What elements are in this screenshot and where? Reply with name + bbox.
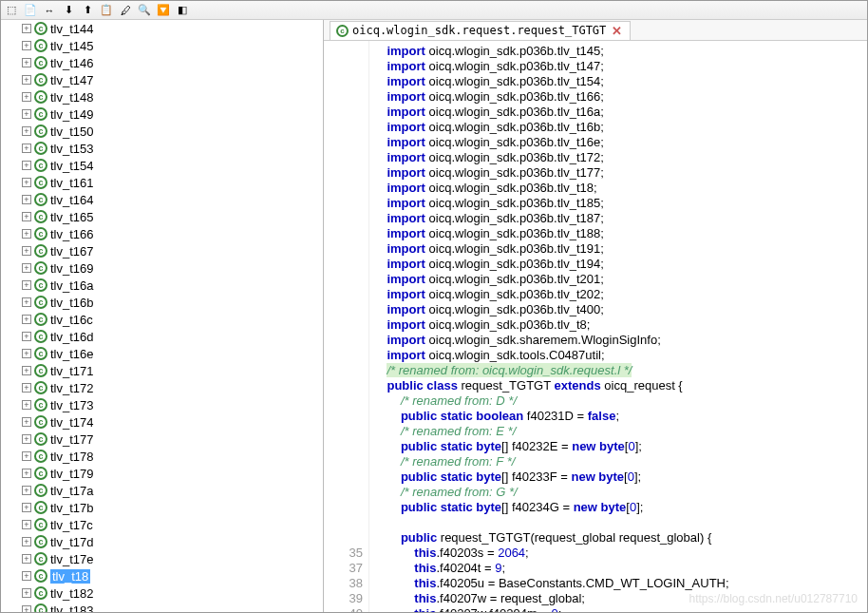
expand-icon[interactable]: + (22, 212, 31, 221)
expand-icon[interactable]: + (22, 297, 31, 307)
tree-item-tlv_t16a[interactable]: +ctlv_t16a (1, 277, 323, 294)
expand-icon[interactable]: + (22, 486, 31, 495)
expand-icon[interactable]: + (22, 434, 31, 444)
expand-icon[interactable]: + (22, 332, 31, 341)
expand-icon[interactable]: + (22, 605, 31, 612)
tree-item-tlv_t17a[interactable]: +ctlv_t17a (1, 482, 323, 499)
expand-icon[interactable]: + (22, 554, 31, 564)
tree-item-tlv_t177[interactable]: +ctlv_t177 (1, 431, 323, 448)
toolbar-button[interactable]: 🔍 (136, 3, 153, 18)
tree-item-tlv_t18[interactable]: +ctlv_t18 (1, 567, 323, 584)
tree-item-tlv_t178[interactable]: +ctlv_t178 (1, 448, 323, 465)
expand-icon[interactable]: + (22, 571, 31, 581)
expand-icon[interactable]: + (22, 58, 31, 67)
expand-icon[interactable]: + (22, 195, 31, 204)
tree-item-tlv_t171[interactable]: +ctlv_t171 (1, 362, 323, 379)
tree-item-tlv_t182[interactable]: +ctlv_t182 (1, 584, 323, 602)
tree-item-label: tlv_t18 (50, 569, 90, 584)
tree-item-tlv_t167[interactable]: +ctlv_t167 (1, 242, 323, 259)
expand-icon[interactable]: + (22, 92, 31, 102)
tree-item-tlv_t148[interactable]: +ctlv_t148 (1, 88, 323, 105)
expand-icon[interactable]: + (22, 229, 31, 239)
tree-item-tlv_t16e[interactable]: +ctlv_t16e (1, 345, 323, 362)
expand-icon[interactable]: + (22, 263, 31, 273)
tree-item-tlv_t146[interactable]: +ctlv_t146 (1, 54, 323, 71)
toolbar-button[interactable]: 📄 (22, 3, 39, 18)
expand-icon[interactable]: + (22, 383, 31, 393)
tree-item-tlv_t16b[interactable]: +ctlv_t16b (1, 294, 323, 311)
expand-icon[interactable]: + (22, 109, 31, 119)
expand-icon[interactable]: + (22, 315, 31, 324)
expand-icon[interactable]: + (22, 144, 31, 153)
editor-tab[interactable]: c oicq.wlogin_sdk.request.request_TGTGT … (330, 21, 631, 40)
tree-item-tlv_t150[interactable]: +ctlv_t150 (1, 123, 323, 140)
tree-item-label: tlv_t169 (50, 261, 94, 276)
toolbar-button[interactable]: 🔽 (155, 3, 172, 18)
tree-item-tlv_t17d[interactable]: +ctlv_t17d (1, 533, 323, 550)
tree-item-tlv_t172[interactable]: +ctlv_t172 (1, 379, 323, 396)
tree-item-tlv_t147[interactable]: +ctlv_t147 (1, 71, 323, 88)
expand-icon[interactable]: + (22, 280, 31, 290)
code-editor[interactable]: 353738394041 import oicq.wlogin_sdk.p036… (324, 41, 867, 612)
tree-item-tlv_t183[interactable]: +ctlv_t183 (1, 602, 323, 612)
toolbar-button[interactable]: 🖊 (117, 3, 134, 18)
expand-icon[interactable]: + (22, 520, 31, 529)
package-explorer[interactable]: +ctlv_t144+ctlv_t145+ctlv_t146+ctlv_t147… (1, 20, 324, 612)
expand-icon[interactable]: + (22, 469, 31, 478)
expand-icon[interactable]: + (22, 349, 31, 358)
class-icon: c (34, 261, 47, 275)
expand-icon[interactable]: + (22, 366, 31, 375)
tree-item-tlv_t173[interactable]: +ctlv_t173 (1, 396, 323, 413)
toolbar-button[interactable]: ◧ (174, 3, 191, 18)
expand-icon[interactable]: + (22, 537, 31, 546)
tree-item-tlv_t17b[interactable]: +ctlv_t17b (1, 499, 323, 516)
expand-icon[interactable]: + (22, 75, 31, 85)
tree-item-tlv_t166[interactable]: +ctlv_t166 (1, 225, 323, 242)
tree-item-tlv_t17e[interactable]: +ctlv_t17e (1, 550, 323, 567)
class-icon: c (336, 25, 349, 37)
tree-item-tlv_t145[interactable]: +ctlv_t145 (1, 37, 323, 54)
toolbar-button[interactable]: ↔ (41, 3, 58, 18)
tree-item-tlv_t164[interactable]: +ctlv_t164 (1, 191, 323, 208)
tree-item-tlv_t16d[interactable]: +ctlv_t16d (1, 328, 323, 345)
tree-item-tlv_t165[interactable]: +ctlv_t165 (1, 208, 323, 225)
toolbar-button[interactable]: ⬇ (60, 3, 77, 18)
tree-item-tlv_t161[interactable]: +ctlv_t161 (1, 174, 323, 191)
tree-item-tlv_t169[interactable]: +ctlv_t169 (1, 259, 323, 277)
expand-icon[interactable]: + (22, 400, 31, 410)
tree-item-tlv_t16c[interactable]: +ctlv_t16c (1, 311, 323, 328)
tree-item-tlv_t154[interactable]: +ctlv_t154 (1, 157, 323, 174)
tree-item-tlv_t153[interactable]: +ctlv_t153 (1, 140, 323, 157)
toolbar-button[interactable]: ⬚ (3, 3, 20, 18)
expand-icon[interactable]: + (22, 161, 31, 170)
tree-item-tlv_t179[interactable]: +ctlv_t179 (1, 465, 323, 482)
toolbar-button[interactable]: ⬆ (79, 3, 96, 18)
class-icon: c (34, 73, 47, 86)
tree-item-label: tlv_t17d (50, 535, 94, 549)
expand-icon[interactable]: + (22, 503, 31, 512)
expand-icon[interactable]: + (22, 451, 31, 461)
expand-icon[interactable]: + (22, 126, 31, 136)
class-icon: c (34, 535, 47, 548)
class-icon: c (34, 278, 47, 292)
expand-icon[interactable]: + (22, 588, 31, 598)
tree-item-tlv_t144[interactable]: +ctlv_t144 (1, 20, 323, 37)
tree-item-label: tlv_t144 (50, 22, 94, 36)
tree-item-tlv_t17c[interactable]: +ctlv_t17c (1, 516, 323, 533)
expand-icon[interactable]: + (22, 41, 31, 50)
expand-icon[interactable]: + (22, 417, 31, 427)
expand-icon[interactable]: + (22, 178, 31, 187)
class-icon: c (34, 330, 47, 343)
tree-item-label: tlv_t16e (50, 347, 94, 361)
tree-item-label: tlv_t149 (50, 107, 94, 122)
tree-item-label: tlv_t161 (50, 176, 94, 190)
close-icon[interactable]: ✕ (610, 24, 624, 38)
code-content[interactable]: import oicq.wlogin_sdk.p036b.tlv_t145; i… (369, 41, 867, 612)
expand-icon[interactable]: + (22, 246, 31, 256)
editor-tab-bar: c oicq.wlogin_sdk.request.request_TGTGT … (324, 20, 867, 41)
expand-icon[interactable]: + (22, 24, 31, 33)
toolbar-button[interactable]: 📋 (98, 3, 115, 18)
tree-item-tlv_t174[interactable]: +ctlv_t174 (1, 413, 323, 431)
tree-item-tlv_t149[interactable]: +ctlv_t149 (1, 105, 323, 123)
class-icon: c (34, 347, 47, 360)
